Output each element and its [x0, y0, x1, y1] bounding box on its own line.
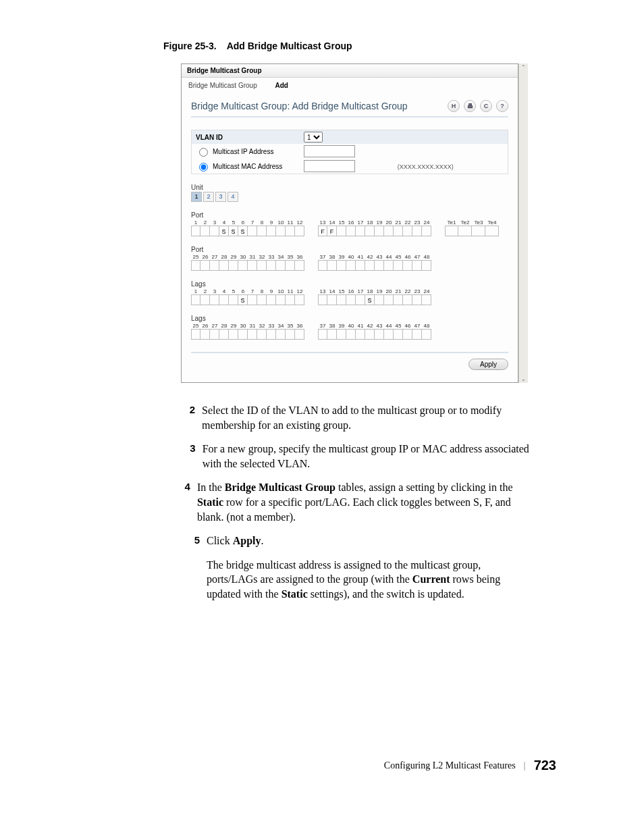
grid-cell[interactable] — [286, 226, 295, 236]
grid-cell[interactable] — [375, 329, 384, 340]
grid-cell[interactable] — [337, 260, 346, 271]
grid-cell[interactable] — [219, 260, 229, 271]
grid-cell[interactable] — [422, 329, 431, 340]
grid-cell[interactable]: S — [219, 226, 229, 236]
grid-cell[interactable] — [394, 329, 403, 340]
grid-cell[interactable] — [384, 260, 394, 271]
grid-cell[interactable] — [229, 329, 238, 340]
grid-cell[interactable] — [219, 329, 229, 340]
grid-cell[interactable] — [384, 329, 394, 340]
breadcrumb-root[interactable]: Bridge Multicast Group — [188, 82, 257, 89]
grid-cell[interactable] — [318, 329, 327, 340]
grid-cell[interactable] — [403, 260, 412, 271]
grid-cell[interactable] — [248, 260, 257, 271]
grid-cell[interactable] — [412, 329, 422, 340]
scroll-up-icon[interactable]: ⌃ — [520, 64, 527, 70]
unit-2[interactable]: 2 — [203, 192, 214, 202]
grid-cell[interactable] — [412, 294, 422, 305]
grid-cell[interactable] — [200, 294, 210, 305]
grid-cell[interactable] — [257, 329, 267, 340]
grid-cell[interactable] — [267, 329, 276, 340]
grid-cell[interactable]: F — [327, 226, 337, 236]
unit-4[interactable]: 4 — [227, 192, 238, 202]
grid-cell[interactable] — [365, 226, 375, 236]
vlan-id-select[interactable]: 1 — [304, 132, 323, 142]
grid-cell[interactable] — [445, 226, 458, 236]
refresh-icon[interactable]: C — [480, 100, 492, 112]
grid-cell[interactable] — [394, 294, 403, 305]
grid-cell[interactable] — [337, 294, 346, 305]
grid-cell[interactable] — [200, 329, 210, 340]
grid-cell[interactable] — [276, 260, 286, 271]
grid-cell[interactable] — [403, 329, 412, 340]
grid-cell[interactable] — [295, 294, 304, 305]
grid-cell[interactable] — [375, 226, 384, 236]
grid-cell[interactable] — [257, 294, 267, 305]
grid-cell[interactable] — [210, 226, 219, 236]
grid-cell[interactable] — [210, 329, 219, 340]
grid-cell[interactable] — [412, 226, 422, 236]
grid-cell[interactable] — [295, 226, 304, 236]
grid-cell[interactable] — [248, 294, 257, 305]
grid-cell[interactable] — [276, 329, 286, 340]
grid-cell[interactable]: S — [365, 294, 375, 305]
grid-cell[interactable] — [412, 260, 422, 271]
grid-cell[interactable] — [403, 226, 412, 236]
grid-cell[interactable] — [394, 260, 403, 271]
grid-cell[interactable] — [472, 226, 485, 236]
grid-cell[interactable] — [346, 294, 356, 305]
grid-cell[interactable] — [346, 329, 356, 340]
grid-cell[interactable] — [337, 226, 346, 236]
grid-cell[interactable] — [276, 226, 286, 236]
grid-cell[interactable] — [238, 329, 248, 340]
grid-cell[interactable] — [327, 260, 337, 271]
grid-cell[interactable] — [318, 294, 327, 305]
multicast-ip-input[interactable] — [304, 145, 355, 157]
grid-cell[interactable] — [191, 294, 200, 305]
grid-cell[interactable] — [238, 260, 248, 271]
grid-cell[interactable] — [422, 226, 431, 236]
grid-cell[interactable] — [200, 226, 210, 236]
grid-cell[interactable] — [403, 294, 412, 305]
multicast-mac-input[interactable] — [304, 160, 355, 172]
grid-cell[interactable] — [219, 294, 229, 305]
grid-cell[interactable] — [356, 329, 365, 340]
grid-cell[interactable]: S — [238, 226, 248, 236]
scroll-down-icon[interactable]: ⌄ — [520, 376, 527, 382]
grid-cell[interactable] — [267, 226, 276, 236]
grid-cell[interactable] — [295, 329, 304, 340]
print-icon[interactable]: 🖶 — [464, 100, 476, 112]
grid-cell[interactable] — [356, 260, 365, 271]
scrollbar[interactable]: ⌃ ⌄ — [518, 63, 528, 383]
grid-cell[interactable] — [229, 260, 238, 271]
grid-cell[interactable] — [346, 260, 356, 271]
grid-cell[interactable] — [318, 260, 327, 271]
grid-cell[interactable] — [248, 329, 257, 340]
grid-cell[interactable] — [257, 260, 267, 271]
grid-cell[interactable] — [365, 260, 375, 271]
grid-cell[interactable] — [295, 260, 304, 271]
grid-cell[interactable] — [191, 226, 200, 236]
grid-cell[interactable] — [365, 329, 375, 340]
grid-cell[interactable] — [375, 294, 384, 305]
grid-cell[interactable] — [375, 260, 384, 271]
grid-cell[interactable] — [229, 294, 238, 305]
help-icon[interactable]: ? — [496, 100, 508, 112]
grid-cell[interactable] — [286, 260, 295, 271]
grid-cell[interactable] — [200, 260, 210, 271]
grid-cell[interactable] — [267, 260, 276, 271]
grid-cell[interactable] — [248, 226, 257, 236]
grid-cell[interactable] — [257, 226, 267, 236]
save-icon[interactable]: H — [448, 100, 460, 112]
grid-cell[interactable] — [267, 294, 276, 305]
multicast-ip-radio[interactable] — [199, 148, 208, 157]
unit-1[interactable]: 1 — [191, 192, 202, 202]
grid-cell[interactable] — [191, 260, 200, 271]
grid-cell[interactable] — [337, 329, 346, 340]
grid-cell[interactable] — [276, 294, 286, 305]
multicast-mac-radio[interactable] — [199, 163, 208, 172]
grid-cell[interactable] — [384, 294, 394, 305]
grid-cell[interactable]: S — [238, 294, 248, 305]
grid-cell[interactable] — [210, 260, 219, 271]
grid-cell[interactable] — [422, 294, 431, 305]
